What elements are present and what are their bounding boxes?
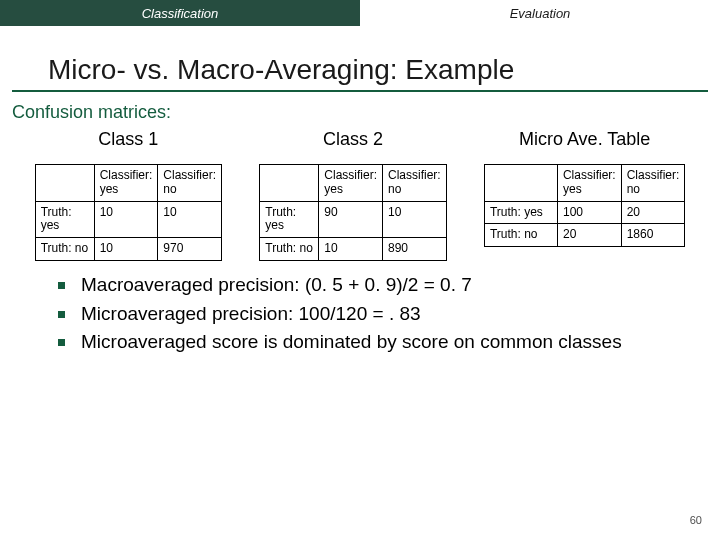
cell: 970 (158, 238, 222, 261)
confusion-table: Classifier: yes Classifier: no Truth: ye… (484, 164, 685, 247)
table-corner (260, 165, 319, 202)
confusion-table: Classifier: yes Classifier: no Truth: ye… (259, 164, 446, 261)
list-item: Macroaveraged precision: (0. 5 + 0. 9)/2… (58, 273, 688, 298)
topbar-tab-inactive: Evaluation (360, 0, 720, 26)
cell: 10 (94, 201, 158, 238)
cell: 10 (94, 238, 158, 261)
cell: 10 (382, 201, 446, 238)
square-bullet-icon (58, 339, 65, 346)
col-header: Classifier: yes (557, 165, 621, 202)
row-header: Truth: yes (484, 201, 557, 224)
slide-title: Micro- vs. Macro-Averaging: Example (48, 54, 720, 86)
cell: 890 (382, 238, 446, 261)
topbar: Classification Evaluation (0, 0, 720, 26)
subhead: Confusion matrices: (12, 102, 720, 123)
page-number: 60 (690, 514, 702, 526)
row-header: Truth: no (260, 238, 319, 261)
square-bullet-icon (58, 282, 65, 289)
cell: 100 (557, 201, 621, 224)
col-header: Classifier: no (621, 165, 685, 202)
cell: 10 (319, 238, 383, 261)
col-header: Classifier: no (382, 165, 446, 202)
square-bullet-icon (58, 311, 65, 318)
table-block-micro: Micro Ave. Table Classifier: yes Classif… (484, 129, 685, 247)
cell: 20 (557, 224, 621, 247)
row-header: Truth: yes (260, 201, 319, 238)
row-header: Truth: yes (35, 201, 94, 238)
table-title: Class 1 (98, 129, 158, 150)
list-item: Microaveraged precision: 100/120 = . 83 (58, 302, 688, 327)
bullet-text: Microaveraged precision: 100/120 = . 83 (81, 302, 421, 327)
list-item: Microaveraged score is dominated by scor… (58, 330, 688, 355)
table-corner (35, 165, 94, 202)
col-header: Classifier: no (158, 165, 222, 202)
cell: 90 (319, 201, 383, 238)
table-block-class1: Class 1 Classifier: yes Classifier: no T… (35, 129, 222, 261)
table-title: Class 2 (323, 129, 383, 150)
tables-row: Class 1 Classifier: yes Classifier: no T… (16, 129, 704, 261)
row-header: Truth: no (35, 238, 94, 261)
col-header: Classifier: yes (94, 165, 158, 202)
title-underline (12, 90, 708, 92)
cell: 20 (621, 201, 685, 224)
table-title: Micro Ave. Table (519, 129, 650, 150)
row-header: Truth: no (484, 224, 557, 247)
bullet-text: Microaveraged score is dominated by scor… (81, 330, 622, 355)
col-header: Classifier: yes (319, 165, 383, 202)
topbar-tab-active: Classification (0, 0, 360, 26)
cell: 1860 (621, 224, 685, 247)
cell: 10 (158, 201, 222, 238)
bullet-list: Macroaveraged precision: (0. 5 + 0. 9)/2… (58, 273, 688, 355)
bullet-text: Macroaveraged precision: (0. 5 + 0. 9)/2… (81, 273, 472, 298)
table-block-class2: Class 2 Classifier: yes Classifier: no T… (259, 129, 446, 261)
confusion-table: Classifier: yes Classifier: no Truth: ye… (35, 164, 222, 261)
table-corner (484, 165, 557, 202)
